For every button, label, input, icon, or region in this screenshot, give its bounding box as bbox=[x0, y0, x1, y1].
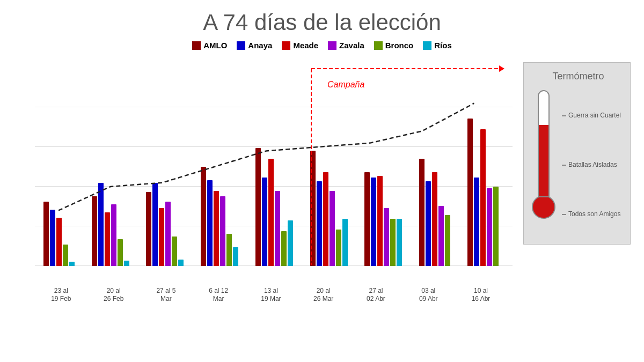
legend-color-meade bbox=[282, 41, 290, 50]
bar-7-3 bbox=[438, 206, 444, 266]
thermo-label-text-2: Todos son Amigos bbox=[568, 210, 620, 219]
bar-1-5 bbox=[124, 261, 129, 266]
x-label-1: 20 al26 Feb bbox=[95, 287, 133, 304]
bar-8-1 bbox=[474, 178, 479, 266]
bar-3-3 bbox=[220, 196, 225, 266]
bar-0-0 bbox=[43, 202, 49, 266]
bar-1-1 bbox=[98, 183, 104, 266]
legend-item-anaya: Anaya bbox=[237, 41, 272, 50]
bar-5-1 bbox=[317, 181, 322, 266]
thermo-visual bbox=[532, 90, 555, 219]
thermo-tick-2 bbox=[562, 214, 566, 215]
bar-1-0 bbox=[92, 196, 97, 266]
bar-2-2 bbox=[159, 208, 164, 266]
legend-label-anaya: Anaya bbox=[248, 41, 272, 50]
bar-1-4 bbox=[118, 239, 123, 266]
thermo-title: Termómetro bbox=[532, 71, 625, 82]
thermo-tick-1 bbox=[562, 165, 566, 166]
bar-5-5 bbox=[342, 219, 348, 266]
bar-2-0 bbox=[146, 192, 151, 266]
bar-6-2 bbox=[377, 176, 383, 266]
bar-3-4 bbox=[226, 234, 232, 266]
thermo-labels: Guerra sin CuartelBatallas AisladasTodos… bbox=[562, 112, 621, 219]
bar-7-4 bbox=[445, 215, 450, 266]
legend-item-ríos: Ríos bbox=[423, 41, 452, 50]
page-container: A 74 días de la elección AMLOAnayaMeadeZ… bbox=[0, 0, 644, 362]
thermometer-panel: Termómetro Guerra sin CuartelBatallas Ai… bbox=[523, 62, 631, 245]
bar-group-6 bbox=[364, 172, 402, 266]
x-labels: 23 al19 Feb20 al26 Feb27 al 5Mar6 al 12M… bbox=[35, 287, 507, 304]
bar-1-3 bbox=[111, 204, 116, 266]
bar-3-1 bbox=[207, 180, 213, 266]
thermo-tube bbox=[538, 90, 550, 197]
thermo-content: Guerra sin CuartelBatallas AisladasTodos… bbox=[532, 90, 625, 219]
bar-2-4 bbox=[172, 237, 177, 266]
chart-and-thermo: Campaña 23 al19 Feb20 al26 Feb27 al 5Mar… bbox=[13, 57, 631, 304]
bar-5-0 bbox=[310, 151, 316, 266]
x-label-7: 03 al09 Abr bbox=[409, 287, 447, 304]
legend-label-amlo: AMLO bbox=[203, 41, 227, 50]
legend-color-ríos bbox=[423, 41, 431, 50]
thermo-label-1: Batallas Aisladas bbox=[562, 161, 621, 169]
bar-0-2 bbox=[56, 218, 62, 266]
bar-4-2 bbox=[268, 159, 274, 266]
bar-0-1 bbox=[50, 210, 55, 266]
bar-7-1 bbox=[426, 181, 431, 266]
legend-label-meade: Meade bbox=[293, 41, 318, 50]
bar-group-2 bbox=[146, 183, 184, 266]
bar-8-4 bbox=[493, 187, 499, 266]
legend-item-amlo: AMLO bbox=[192, 41, 227, 50]
bar-6-3 bbox=[384, 208, 389, 266]
bar-group-0 bbox=[43, 202, 75, 266]
thermo-label-0: Guerra sin Cuartel bbox=[562, 112, 621, 120]
bar-3-2 bbox=[214, 191, 219, 266]
thermo-label-2: Todos son Amigos bbox=[562, 210, 621, 219]
x-label-4: 13 al19 Mar bbox=[252, 287, 290, 304]
bar-2-3 bbox=[165, 202, 171, 266]
bar-7-2 bbox=[432, 172, 437, 266]
bar-4-1 bbox=[262, 178, 267, 266]
bar-3-0 bbox=[201, 167, 206, 266]
thermo-label-text-0: Guerra sin Cuartel bbox=[568, 112, 621, 120]
bar-4-3 bbox=[275, 191, 280, 266]
thermo-bulb bbox=[532, 195, 555, 219]
x-label-2: 27 al 5Mar bbox=[147, 287, 185, 304]
bar-6-4 bbox=[390, 219, 396, 266]
legend-item-bronco: Bronco bbox=[374, 41, 414, 50]
bar-0-5 bbox=[69, 262, 75, 266]
bar-group-1 bbox=[92, 183, 129, 266]
bar-4-5 bbox=[288, 220, 293, 266]
bar-group-5 bbox=[310, 151, 348, 266]
chart-area: Campaña 23 al19 Feb20 al26 Feb27 al 5Mar… bbox=[13, 57, 513, 304]
bar-group-3 bbox=[201, 167, 238, 266]
legend-color-amlo bbox=[192, 41, 201, 50]
bar-0-4 bbox=[63, 245, 68, 266]
bar-4-4 bbox=[281, 231, 287, 266]
thermo-tick-0 bbox=[562, 115, 566, 116]
legend-label-bronco: Bronco bbox=[385, 41, 414, 50]
x-label-5: 20 al26 Mar bbox=[305, 287, 342, 304]
legend-color-zavala bbox=[328, 41, 336, 50]
bar-2-5 bbox=[178, 260, 184, 266]
legend-label-zavala: Zavala bbox=[339, 41, 364, 50]
thermo-fill bbox=[539, 125, 548, 196]
bars-container bbox=[35, 68, 507, 266]
bar-2-1 bbox=[152, 183, 158, 266]
bar-7-0 bbox=[419, 159, 425, 266]
bar-1-2 bbox=[105, 212, 110, 266]
bar-8-2 bbox=[480, 129, 486, 266]
bar-group-8 bbox=[467, 119, 499, 266]
legend-color-anaya bbox=[237, 41, 245, 50]
bar-6-0 bbox=[364, 172, 370, 266]
x-label-3: 6 al 12Mar bbox=[200, 287, 237, 304]
legend-item-meade: Meade bbox=[282, 41, 318, 50]
bar-6-5 bbox=[397, 219, 402, 266]
legend-label-ríos: Ríos bbox=[434, 41, 452, 50]
bar-4-0 bbox=[255, 148, 261, 266]
bar-8-3 bbox=[487, 188, 492, 266]
legend-item-zavala: Zavala bbox=[328, 41, 364, 50]
bar-group-7 bbox=[419, 159, 450, 266]
x-label-8: 10 al16 Abr bbox=[462, 287, 500, 304]
thermo-label-text-1: Batallas Aisladas bbox=[568, 161, 617, 169]
legend: AMLOAnayaMeadeZavalaBroncoRíos bbox=[192, 41, 452, 50]
